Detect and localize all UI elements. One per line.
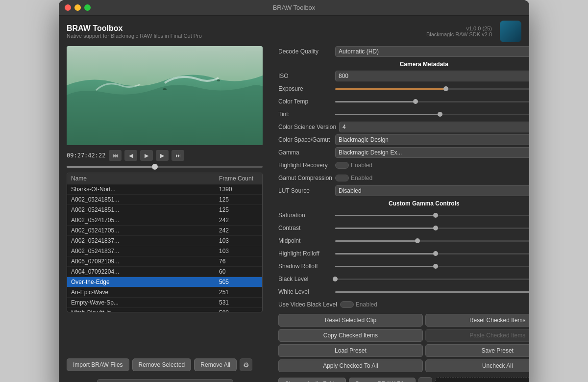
highlight-rolloff-row: Highlight Rolloff 1.00 (278, 248, 529, 259)
file-list-row[interactable]: A004_07092204...60 (67, 267, 262, 277)
prepare-braw-files-button[interactable]: Prepare BRAW Files (349, 378, 416, 382)
exposure-slider[interactable] (335, 88, 529, 90)
midpoint-slider[interactable] (335, 240, 529, 242)
maximize-button[interactable] (84, 4, 91, 11)
file-frames: 242 (219, 217, 258, 224)
file-list-row[interactable]: A002_05241705...242 (67, 226, 262, 236)
reset-checked-items-button[interactable]: Reset Checked Items (425, 314, 529, 327)
file-list: Name Frame Count Sharks-Of-Nort...1390A0… (67, 173, 263, 312)
uncheck-all-button[interactable]: Uncheck All (425, 359, 529, 372)
file-frames: 531 (219, 299, 258, 306)
highlight-rolloff-thumb[interactable] (433, 251, 438, 256)
color-temp-thumb[interactable] (413, 99, 418, 104)
black-level-slider[interactable] (335, 279, 529, 280)
tint-slider[interactable] (335, 114, 529, 115)
file-list-row[interactable]: Sharks-Of-Nort...1390 (67, 184, 262, 195)
midpoint-row: Midpoint 0.41 (278, 235, 529, 246)
white-level-slider[interactable] (335, 291, 529, 293)
file-list-container: Name Frame Count Sharks-Of-Nort...1390A0… (67, 173, 272, 353)
file-list-row[interactable]: A002_05241851...125 (67, 195, 262, 205)
saturation-thumb[interactable] (433, 213, 438, 218)
go-to-end-button[interactable]: ⏭ (172, 150, 184, 161)
color-science-select[interactable]: 4 (339, 122, 529, 132)
file-list-row[interactable]: Empty-Wave-Sp...531 (67, 298, 262, 308)
minimize-button[interactable] (74, 4, 81, 11)
toolbox-row: Toolbox: Convert PROJECT to Resolve Frie… (67, 376, 272, 382)
shadow-rolloff-row: Shadow Rolloff 1.00 (278, 261, 529, 272)
gamut-compression-toggle-bg[interactable] (335, 175, 349, 181)
iso-select[interactable]: 800 (335, 71, 529, 81)
file-list-row[interactable]: A002_05241837...103 (67, 246, 262, 256)
scrubber-handle[interactable] (152, 164, 158, 170)
drop-zone[interactable]: DROP YOUR FINAL CUT PRO ASSET HERE (435, 377, 529, 382)
tint-thumb[interactable] (438, 112, 442, 117)
file-list-body[interactable]: Sharks-Of-Nort...1390A002_05241851...125… (67, 184, 262, 312)
decode-quality-label: Decode Quality (278, 48, 332, 55)
main-content: 09:27:42:22 ⏮ ◀ ▶ ▶ ⏭ Name Frame (59, 46, 529, 382)
go-to-start-button[interactable]: ⏮ (109, 150, 122, 161)
settings-icon[interactable]: ⚙ (240, 358, 252, 371)
decode-quality-select[interactable]: Automatic (HD) (335, 46, 529, 57)
file-frames: 103 (219, 237, 258, 244)
file-list-row[interactable]: An-Epic-Wave251 (67, 287, 262, 298)
shadow-rolloff-thumb[interactable] (433, 264, 438, 269)
shadow-rolloff-slider-container: 1.00 (335, 263, 529, 270)
sdk-version: Blackmagic RAW SDK v2.8 (426, 31, 492, 37)
gamut-compression-row: Gamut Compression Enabled (278, 173, 529, 183)
gamut-compression-label: Gamut Compression (278, 175, 332, 181)
tint-slider-container: 10 (335, 111, 529, 118)
white-level-label: White Level (278, 288, 332, 295)
file-list-row[interactable]: A002_05241837...103 (67, 236, 262, 246)
color-temp-slider[interactable] (335, 101, 529, 102)
copy-checked-items-button[interactable]: Copy Checked Items (278, 329, 423, 342)
import-braw-button[interactable]: Import BRAW Files (67, 358, 129, 371)
color-space-select[interactable]: Blackmagic Design (335, 134, 529, 145)
load-preset-button[interactable]: Load Preset (278, 344, 423, 357)
file-list-row[interactable]: A002_05241705...242 (67, 215, 262, 226)
reset-selected-clip-button[interactable]: Reset Selected Clip (278, 314, 423, 327)
save-preset-button[interactable]: Save Preset (425, 344, 529, 357)
highlight-recovery-toggle-bg[interactable] (335, 162, 349, 169)
remove-selected-button[interactable]: Remove Selected (132, 358, 192, 371)
gamma-select[interactable]: Blackmagic Design Ex... (335, 147, 529, 158)
file-list-row[interactable]: Over-the-Edge505 (67, 277, 262, 287)
file-frames: 505 (219, 279, 258, 285)
contrast-thumb[interactable] (433, 226, 438, 230)
saturation-fill (335, 215, 436, 216)
lut-source-select[interactable]: Disabled (335, 185, 529, 196)
use-video-black-toggle-bg[interactable] (340, 301, 354, 308)
left-panel: 09:27:42:22 ⏮ ◀ ▶ ▶ ⏭ Name Frame (67, 46, 272, 382)
midpoint-label: Midpoint (278, 237, 332, 244)
file-list-row[interactable]: Mitch-Blewitt-In...589 (67, 308, 262, 312)
file-name: Over-the-Edge (71, 279, 219, 285)
remove-all-button[interactable]: Remove All (194, 358, 237, 371)
black-level-thumb[interactable] (333, 277, 338, 281)
toolbox-select[interactable]: Convert PROJECT to Resolve Friendly FCPX… (97, 379, 233, 382)
file-frames: 125 (219, 206, 258, 213)
prepare-braw-icon[interactable]: ⊞ (418, 377, 432, 382)
lut-source-select-wrapper: Disabled (335, 185, 529, 196)
midpoint-thumb[interactable] (415, 238, 420, 243)
tint-fill (335, 114, 440, 115)
saturation-slider[interactable] (335, 215, 529, 216)
file-name: A004_07092204... (71, 268, 219, 275)
close-button[interactable] (65, 4, 71, 11)
file-list-row[interactable]: A005_07092109...76 (67, 256, 262, 267)
apply-checked-to-all-button[interactable]: Apply Checked To All (278, 359, 423, 372)
file-list-row[interactable]: A002_05241851...125 (67, 205, 262, 215)
choose-audio-folder-button[interactable]: Choose Audio Folder (278, 378, 346, 382)
shadow-rolloff-slider[interactable] (335, 266, 529, 267)
color-space-row: Color Space/Gamut Blackmagic Design (278, 134, 529, 145)
step-forward-button[interactable]: ▶ (156, 150, 169, 161)
white-level-row: White Level 1.00 (278, 286, 529, 297)
col-frames-header: Frame Count (219, 175, 258, 182)
highlight-rolloff-slider[interactable] (335, 253, 529, 255)
play-button[interactable]: ▶ (140, 150, 153, 161)
paste-checked-items-button[interactable]: Paste Checked Items (425, 329, 529, 342)
use-video-black-label: Use Video Black Level (278, 301, 337, 308)
scrubber[interactable] (67, 166, 263, 168)
color-science-label: Color Science Version (278, 124, 336, 130)
exposure-thumb[interactable] (443, 86, 448, 91)
contrast-slider[interactable] (335, 228, 529, 229)
step-back-button[interactable]: ◀ (124, 150, 137, 161)
